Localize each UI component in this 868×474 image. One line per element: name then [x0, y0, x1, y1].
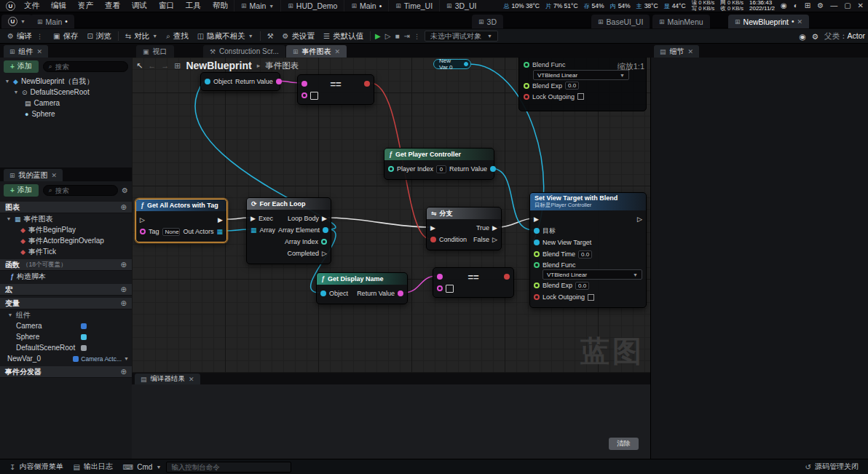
- close-tab-icon[interactable]: ✕: [797, 18, 803, 25]
- hide-unrelated-button[interactable]: ◫ 隐藏不相关 ▼: [193, 29, 258, 43]
- maximize-icon[interactable]: ▢: [844, 2, 851, 9]
- blend-exp-pin[interactable]: [524, 83, 529, 89]
- node-new-var-getter[interactable]: New Var 0: [433, 59, 471, 69]
- chevron-down-icon[interactable]: ▼: [124, 356, 129, 361]
- loop-body-pin[interactable]: ▶: [322, 216, 327, 222]
- player-index-pin[interactable]: [388, 166, 394, 172]
- player-index-field[interactable]: 0: [436, 165, 446, 173]
- add-dispatcher-icon[interactable]: ⊕: [121, 368, 127, 376]
- tab-details[interactable]: ▤ 细节 ✕: [654, 45, 699, 58]
- tab-my-blueprint[interactable]: ⊞ 我的蓝图 ✕: [4, 169, 63, 181]
- out-actors-array-pin[interactable]: ▦: [216, 229, 223, 235]
- return-value-pin[interactable]: [490, 166, 496, 172]
- result-pin[interactable]: [504, 274, 510, 280]
- breadcrumb-root[interactable]: NewBlueprint: [186, 60, 251, 71]
- component-row-camera[interactable]: ▤ Camera: [0, 98, 132, 108]
- node-get-all-actors-with-tag[interactable]: ƒ Get All Actors with Tag ▷ ▶ Tag None O…: [135, 199, 227, 242]
- tab-construction-script[interactable]: ⚒ Construction Scr...: [203, 45, 285, 58]
- asset-tab-mainmenu[interactable]: ⊞ MainMenu: [652, 15, 710, 28]
- blend-func-pin[interactable]: [534, 262, 540, 268]
- blend-func-dropdown[interactable]: VTBlend Linear ▼: [542, 269, 642, 280]
- row-event-beginplay[interactable]: ◆ 事件BeginPlay: [0, 224, 132, 235]
- target-pin[interactable]: [534, 228, 540, 234]
- clear-button[interactable]: 清除: [609, 438, 639, 450]
- completed-pin[interactable]: ▷: [322, 250, 327, 257]
- close-icon[interactable]: ✕: [858, 2, 864, 9]
- tag-value-field[interactable]: None: [162, 228, 181, 236]
- blend-exp-field[interactable]: 0.0: [575, 282, 589, 290]
- notification-icon[interactable]: ◉: [799, 32, 805, 41]
- doc-tab-hud-demo[interactable]: ⊞ HUD_Demo: [280, 0, 344, 12]
- class-settings-button[interactable]: ⚙ 类设置: [278, 29, 319, 43]
- component-row-root[interactable]: ▼ ◆ NewBlueprint（自我）: [0, 76, 132, 87]
- expander-icon[interactable]: ▼: [13, 90, 19, 95]
- layout-grid-icon[interactable]: ⊞: [805, 2, 810, 9]
- compile-options-icon[interactable]: ⋮: [35, 33, 44, 40]
- notification-icon[interactable]: ◉: [781, 2, 787, 9]
- component-row-sphere[interactable]: ● Sphere: [0, 108, 132, 119]
- input-b-pin[interactable]: [437, 285, 443, 291]
- menu-edit[interactable]: 编辑: [45, 1, 72, 11]
- blend-func-dropdown[interactable]: VTBlend Linear ▼: [533, 70, 629, 80]
- node-equal-bottom[interactable]: ==: [433, 267, 514, 298]
- exec-in-pin[interactable]: ▶: [430, 225, 435, 232]
- exec-in-pin[interactable]: ▷: [140, 217, 145, 224]
- asset-tab-baseui[interactable]: ⊞ BaseUI_UI: [591, 15, 650, 28]
- section-macros[interactable]: 宏 ⊕: [0, 284, 132, 296]
- array-index-pin[interactable]: [321, 239, 327, 245]
- menu-view[interactable]: 查看: [99, 1, 126, 11]
- add-function-icon[interactable]: ⊕: [121, 261, 127, 269]
- lock-outgoing-checkbox[interactable]: [577, 93, 584, 100]
- console-input[interactable]: [171, 463, 286, 471]
- menu-window[interactable]: 窗口: [153, 1, 180, 11]
- content-drawer-button[interactable]: ↧ 内容侧滑菜单: [4, 462, 68, 472]
- tab-viewport[interactable]: ▣ 视口: [136, 45, 174, 58]
- tools-button[interactable]: ⚒: [263, 29, 278, 43]
- row-construction-script[interactable]: ƒ 构造脚本: [0, 271, 132, 282]
- row-event-graph[interactable]: ▼ ▦ 事件图表: [0, 213, 132, 224]
- array-in-pin[interactable]: ▦: [250, 227, 257, 234]
- input-b-pin[interactable]: [301, 92, 307, 98]
- input-a-pin[interactable]: [437, 274, 443, 280]
- breadcrumb-current[interactable]: 事件图表: [265, 60, 299, 71]
- node-get-player-controller[interactable]: ƒ Get Player Controller Player Index 0 R…: [384, 148, 494, 180]
- diff-button[interactable]: ⇆ 对比 ▼: [121, 29, 162, 43]
- skip-button[interactable]: ▷: [383, 32, 393, 40]
- section-functions[interactable]: 函数 （18个可覆盖） ⊕: [0, 259, 132, 271]
- section-variables[interactable]: 变量 ⊕: [0, 298, 132, 309]
- node-branch[interactable]: ⇋ 分支 ▶ True ▶ Condition False ▷: [426, 207, 502, 250]
- compile-button[interactable]: ⚙ 编译 ⋮: [3, 29, 49, 43]
- array-element-pin[interactable]: [323, 227, 328, 233]
- close-tab-icon[interactable]: ✕: [335, 48, 341, 55]
- menu-file[interactable]: 文件: [18, 1, 45, 11]
- close-tab-icon[interactable]: ✕: [688, 48, 694, 55]
- close-tab-icon[interactable]: ✕: [37, 48, 43, 55]
- value-field[interactable]: [310, 92, 318, 100]
- editor-home-button[interactable]: U ▼: [1, 15, 32, 28]
- input-a-pin[interactable]: [301, 81, 307, 87]
- find-button[interactable]: ⌕ 查找: [162, 29, 193, 43]
- doc-tab-3d-ui[interactable]: ⊞ 3D_UI: [439, 0, 483, 12]
- row-var-sceneroot[interactable]: DefaultSceneRoot: [0, 342, 132, 353]
- exec-in-pin[interactable]: ▶: [250, 216, 256, 222]
- asset-tab-3d[interactable]: ⊞ 3D: [472, 15, 503, 28]
- forward-arrow-icon[interactable]: →: [161, 61, 169, 70]
- row-components-category[interactable]: ▼ 组件: [0, 309, 132, 320]
- add-blueprint-item-button[interactable]: + 添加: [4, 184, 39, 197]
- app-selector[interactable]: ⊞ Main ▼: [234, 0, 280, 12]
- blend-time-pin[interactable]: [534, 251, 540, 257]
- node-for-each-loop[interactable]: ⟳ For Each Loop ▶ Exec Loop Body ▶ ▦ Arr…: [246, 197, 331, 264]
- menu-tools[interactable]: 工具: [180, 1, 207, 11]
- node-set-view-target-with-blend[interactable]: Set View Target with Blend 目标是Player Con…: [529, 192, 647, 308]
- asset-tab-main[interactable]: ⊞ Main •: [31, 15, 74, 28]
- object-pin[interactable]: [320, 291, 326, 296]
- lock-outgoing-pin[interactable]: [524, 94, 529, 100]
- node-get-display-name-top[interactable]: Object Return Value: [200, 72, 280, 91]
- tag-pin[interactable]: [140, 229, 146, 234]
- stop-button[interactable]: ■: [392, 32, 401, 40]
- row-event-actorbeginoverlap[interactable]: ◆ 事件ActorBeginOverlap: [0, 235, 132, 246]
- unreal-logo-icon[interactable]: U: [6, 1, 15, 11]
- doc-tab-time-ui[interactable]: ⊞ Time_UI: [388, 0, 439, 12]
- return-value-pin[interactable]: [276, 79, 282, 84]
- debug-object-dropdown[interactable]: 未选中调试对象 ▼: [425, 31, 498, 42]
